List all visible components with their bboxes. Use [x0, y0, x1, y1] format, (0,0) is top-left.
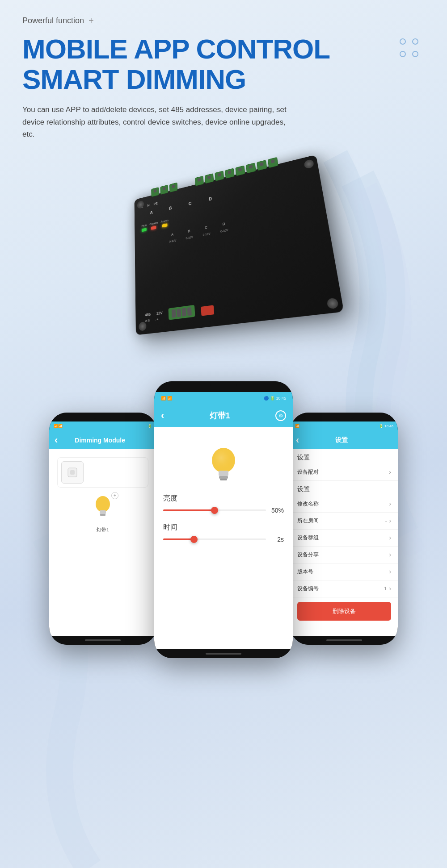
settings-item-rename[interactable]: 修改名称 › [291, 496, 398, 513]
port-sign-row: A B - + [145, 317, 163, 323]
left-home-indicator [49, 636, 156, 645]
bottom-section: 485 12V A B - + [145, 287, 328, 323]
top-c3 [215, 171, 224, 181]
settings-item-group[interactable]: 设备群组 › [291, 530, 398, 547]
time-section: 时间 2s [163, 523, 284, 543]
phones-area: 📶📶 🔋 ‹ Dimming Module [22, 355, 425, 676]
port-labels: 485 12V A B - + [145, 310, 163, 323]
top-c8 [268, 157, 278, 168]
right-back-arrow[interactable]: ‹ [296, 434, 299, 446]
item-room-text: 所在房间 [297, 517, 319, 525]
bulb-plus: + [114, 493, 116, 498]
bulb-container: + [89, 494, 116, 523]
led-comm-indicator [151, 226, 156, 230]
description-text: You can use APP to add/delete devices, s… [22, 104, 291, 140]
center-bulb-svg [206, 445, 241, 485]
item-rename-chevron: › [389, 500, 391, 507]
time-track[interactable] [163, 538, 266, 540]
brightness-label: 亮度 [163, 494, 284, 503]
center-back-arrow[interactable]: ‹ [161, 410, 164, 421]
center-signal: 📶 📶 [161, 396, 172, 401]
port-ab: A B [145, 318, 150, 323]
center-app-title: 灯带1 [210, 410, 230, 421]
pin-3 [182, 308, 186, 316]
right-app-header: ‹ 设置 [291, 431, 398, 449]
bulb-svg [92, 494, 114, 521]
headline-area: MOBILE APP CONTROL SMART DIMMING [22, 34, 425, 95]
item-group-text: 设备群组 [297, 534, 319, 542]
svg-point-6 [212, 448, 235, 473]
brightness-fill [163, 509, 215, 511]
led-alarm: Alarm [160, 218, 169, 228]
pin-4 [187, 307, 192, 316]
section-tag-text: Powerful function [22, 16, 84, 25]
label-pe: PE [154, 201, 158, 206]
top-c2 [205, 173, 214, 184]
led-alarm-label: Alarm [160, 218, 168, 223]
dots-decoration [400, 38, 420, 59]
top-c5 [235, 165, 245, 176]
center-screen: 📶 📶 🔵 🔋 10:45 ‹ 灯带1 ⚙ [154, 381, 293, 658]
left-content: + 灯带1 [49, 449, 156, 636]
ch-d: D [209, 196, 212, 201]
center-status-icons: 🔵 🔋 10:45 [264, 396, 286, 401]
svg-rect-1 [70, 470, 75, 475]
time-slider-row[interactable]: 2s [163, 536, 284, 543]
connector-pe [169, 182, 178, 192]
right-time: 🔋 10:46 [379, 424, 393, 428]
item-pairing-text: 设备配对 [297, 468, 319, 476]
switch-item[interactable] [57, 457, 148, 488]
phone-left-screen: 📶📶 🔋 ‹ Dimming Module [49, 413, 156, 645]
switch-icon [61, 461, 84, 484]
out-b-range: 0-10V [186, 235, 193, 240]
port-pm: - + [155, 317, 159, 321]
left-status-bar: 📶📶 🔋 [49, 421, 156, 431]
top-connector-group-1 [151, 182, 177, 197]
headline-line1: MOBILE APP CONTROL [22, 34, 400, 64]
settings-item-version[interactable]: 版本号 › [291, 563, 398, 580]
item-id-right: 1 › [384, 585, 391, 592]
out-a: A 0-10V [169, 232, 177, 244]
item-room-right: - › [385, 517, 391, 524]
switch-svg [66, 466, 79, 479]
right-home-bar [326, 639, 362, 641]
settings-item-id[interactable]: 设备编号 1 › [291, 580, 398, 597]
right-screen: 📶 🔋 10:46 ‹ 设置 设置 [291, 413, 398, 645]
time-value: 2s [270, 536, 284, 543]
settings-item-pairing[interactable]: 设备配对 › [291, 464, 398, 481]
out-a-range: 0-10V [169, 239, 176, 243]
brightness-track[interactable] [163, 509, 266, 511]
brightness-value: 50% [270, 507, 284, 514]
dot-4 [412, 51, 418, 57]
brightness-thumb[interactable] [211, 507, 218, 514]
label-n: N [147, 203, 149, 207]
item-room-value: - [385, 518, 387, 523]
settings-item-share[interactable]: 设备分享 › [291, 547, 398, 563]
svg-point-2 [96, 496, 110, 512]
port-485-label: 485 [145, 312, 151, 317]
item-rename-text: 修改名称 [297, 500, 319, 508]
page-wrapper: Powerful function + MOBILE APP CONTROL S… [0, 0, 447, 868]
svg-rect-9 [220, 479, 227, 480]
led-run-indicator [142, 228, 147, 232]
left-back-arrow[interactable]: ‹ [55, 434, 58, 446]
center-settings-icon[interactable]: ⚙ [275, 410, 286, 421]
out-a-label: A [169, 232, 176, 237]
item-id-text: 设备编号 [297, 585, 319, 593]
center-notch-area [154, 381, 293, 392]
bulb-label: 灯带1 [97, 527, 109, 532]
bulb-item[interactable]: + 灯带1 [57, 494, 148, 533]
right-signal: 📶 [295, 424, 299, 428]
device-image-area: L N PE A B C D Run [13, 154, 434, 341]
time-thumb[interactable] [190, 536, 198, 543]
headline-text: MOBILE APP CONTROL SMART DIMMING [22, 34, 400, 95]
right-app-title: 设置 [335, 436, 348, 444]
device-box: L N PE A B C D Run [135, 154, 344, 335]
left-notch-area [49, 413, 156, 421]
settings-item-room[interactable]: 所在房间 - › [291, 513, 398, 530]
settings-list: 设置 设备配对 › 设置 修改名称 › 所在房间 [291, 449, 398, 636]
item-pairing-chevron: › [389, 468, 391, 476]
item-id-value: 1 [384, 586, 387, 591]
brightness-slider-row[interactable]: 50% [163, 507, 284, 514]
delete-device-btn[interactable]: 删除设备 [297, 602, 391, 621]
